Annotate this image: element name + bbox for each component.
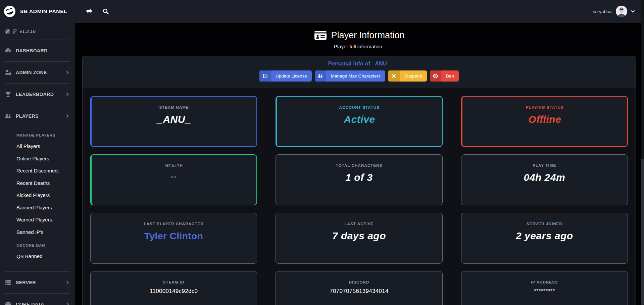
- page-title: Player Information: [331, 30, 404, 41]
- sidebar-item-label: CORE DATA: [16, 302, 44, 305]
- card-value: _ANU_: [92, 114, 256, 125]
- card-playing-status: PLAYING STATUS Offline: [461, 96, 628, 147]
- sidebar-item-banned-players[interactable]: Banned Players: [16, 202, 75, 214]
- card-label: IP ADDRESS: [461, 280, 628, 284]
- page-subtitle: Player full information..: [75, 44, 644, 49]
- card-last-active: LAST ACTIVE 7 days ago: [276, 213, 442, 264]
- sidebar-item-online-players[interactable]: Online Players: [16, 153, 75, 165]
- sidebar-item-kicked-players[interactable]: Kicked Players: [16, 189, 75, 202]
- user-menu[interactable]: suryabhai: [593, 6, 644, 17]
- card-ip-address: IP ADDRESS *********: [461, 271, 628, 305]
- ban-icon: [430, 70, 441, 82]
- card-account-status: ACCOUNT STATUS Active: [276, 96, 442, 147]
- laughing-face-logo-icon: [3, 5, 16, 18]
- code-branch-icon: [13, 29, 17, 34]
- brand-name: SB ADMIN PANEL: [20, 8, 67, 14]
- card-discord: DISCORD 707070756139434014: [276, 271, 442, 305]
- card-value: --: [92, 172, 256, 181]
- sidebar-item-admin-zone[interactable]: ADMIN ZONE: [0, 62, 75, 83]
- sidebar-item-label: SERVER: [16, 280, 36, 285]
- sidebar-item-server[interactable]: SERVER: [0, 272, 75, 293]
- panel-title: Personal info of _ANU_: [83, 61, 636, 67]
- info-card-grid: STEAM NAME _ANU_ ACCOUNT STATUS Active P…: [83, 88, 636, 305]
- user-lock-icon: [5, 69, 11, 76]
- card-value: *********: [461, 288, 628, 295]
- card-label: STEAM ID: [91, 280, 257, 284]
- sidebar-item-core-data[interactable]: CORE DATA: [0, 294, 75, 305]
- card-label: PLAYING STATUS: [462, 105, 627, 109]
- card-label: TOTAL CHARACTERS: [276, 163, 442, 167]
- users-icon: [315, 70, 326, 82]
- card-label: LAST ACTIVE: [276, 222, 442, 226]
- server-icon: [5, 279, 11, 286]
- button-label: Ban: [441, 70, 459, 82]
- chevron-down-icon: [631, 9, 635, 14]
- sidebar-item-label: PLAYERS: [16, 113, 39, 119]
- search-icon[interactable]: [102, 8, 109, 15]
- card-label: DISCORD: [276, 280, 442, 284]
- sidebar-item-warned-players[interactable]: Warned Players: [16, 214, 75, 226]
- topbar: SB ADMIN PANEL suryabhai: [0, 0, 644, 23]
- suspend-button[interactable]: Suspend: [388, 70, 427, 82]
- card-value: 110000149c92dc0: [91, 288, 257, 295]
- submenu-header: QBCORE-BAN: [16, 240, 75, 250]
- id-card-icon: [314, 31, 327, 40]
- card-value: 1 of 3: [276, 172, 442, 183]
- ban-button[interactable]: Ban: [430, 70, 459, 82]
- sidebar-item-dashboard[interactable]: DASHBOARD: [0, 40, 75, 61]
- main-content: Player Information Player full informati…: [75, 23, 644, 305]
- card-total-characters: TOTAL CHARACTERS 1 of 3: [276, 154, 442, 205]
- card-value: 7 days ago: [276, 230, 442, 242]
- card-value: Tyler Clinton: [91, 231, 257, 242]
- chevron-right-icon: [65, 114, 69, 118]
- cube-icon: [5, 301, 11, 305]
- card-health: HEALTH --: [90, 154, 257, 205]
- player-info-panel: Personal info of _ANU_ Update License: [82, 56, 636, 305]
- card-server-joined: SERVER JOINED 2 years ago: [461, 213, 628, 264]
- card-label: ACCOUNT STATUS: [277, 105, 442, 109]
- chevron-right-icon: [65, 281, 69, 285]
- card-value: Offline: [462, 114, 627, 125]
- players-submenu: MANAGE PLAYERS All Players Online Player…: [0, 127, 75, 271]
- card-label: PLAY TIME: [461, 163, 628, 167]
- card-label: LAST PLAYER CHARACTER: [91, 222, 257, 226]
- update-license-button[interactable]: Update License: [259, 70, 312, 82]
- bullhorn-icon[interactable]: [86, 8, 92, 15]
- version-label: v1.2.16: [20, 29, 36, 34]
- sidebar: v1.2.16 DASHBOARD ADMIN ZONE LEADE: [0, 23, 75, 305]
- trophy-icon: [5, 91, 11, 98]
- card-value: 707070756139434014: [276, 288, 442, 295]
- brand[interactable]: SB ADMIN PANEL: [0, 5, 75, 18]
- manage-max-characters-button[interactable]: Manage Max Characters: [315, 70, 385, 82]
- sidebar-item-label: LEADERBOARD: [16, 92, 54, 97]
- sidebar-item-recent-deaths[interactable]: Recent Deaths: [16, 177, 75, 190]
- card-label: SERVER JOINED: [461, 222, 628, 226]
- sidebar-item-players[interactable]: PLAYERS: [0, 105, 75, 127]
- gauge-icon: [5, 47, 11, 54]
- button-label: Update License: [271, 70, 312, 82]
- avatar: [616, 6, 627, 17]
- card-steam-name: STEAM NAME _ANU_: [90, 96, 257, 147]
- sidebar-item-banned-ips[interactable]: Banned IP's: [16, 226, 75, 239]
- submenu-header: MANAGE PLAYERS: [16, 130, 75, 140]
- button-label: Manage Max Characters: [326, 70, 385, 82]
- chevron-right-icon: [65, 302, 69, 305]
- card-value: 2 years ago: [461, 230, 628, 242]
- scrollbar-thumb[interactable]: [641, 159, 644, 305]
- card-value: Active: [277, 114, 442, 125]
- sidebar-item-qb-banned[interactable]: QB Banned: [16, 250, 75, 263]
- x-icon: [388, 70, 400, 82]
- sidebar-item-label: DASHBOARD: [16, 48, 48, 53]
- version-row: v1.2.16: [0, 23, 75, 40]
- scrollbar[interactable]: [641, 0, 644, 305]
- sidebar-item-all-players[interactable]: All Players: [16, 140, 75, 153]
- edit-icon: [259, 70, 271, 82]
- chevron-right-icon: [65, 92, 69, 96]
- username: suryabhai: [593, 9, 612, 14]
- chevron-right-icon: [65, 70, 69, 74]
- wrench-circle-icon: [5, 29, 10, 34]
- sidebar-item-leaderboard[interactable]: LEADERBOARD: [0, 84, 75, 105]
- sidebar-item-recent-disconnect[interactable]: Recent Disconnect: [16, 165, 75, 177]
- card-last-player-character: LAST PLAYER CHARACTER Tyler Clinton: [90, 213, 257, 264]
- card-value: 04h 24m: [461, 172, 628, 183]
